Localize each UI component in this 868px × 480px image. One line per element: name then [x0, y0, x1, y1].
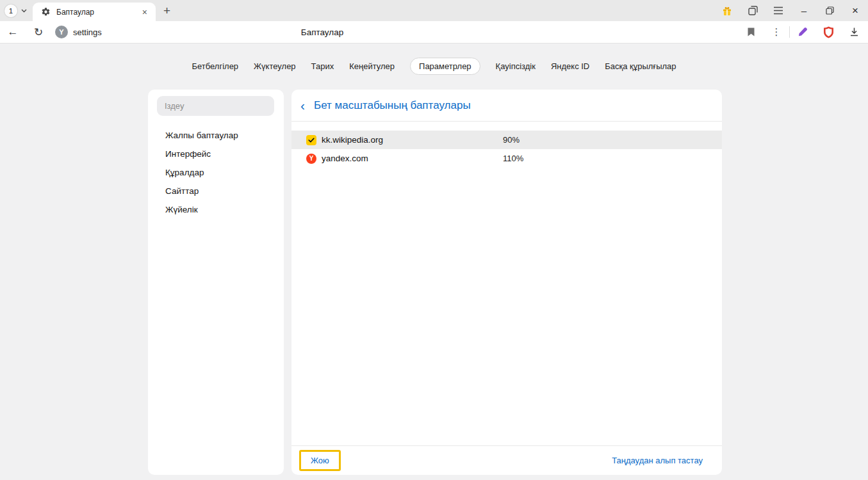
sidebar-item-tools[interactable]: Құралдар — [148, 163, 284, 182]
page-zoom-settings-panel: ‹ Бет масштабының баптаулары kk.wikipedi… — [291, 90, 722, 475]
tabs-dropdown-chevron-icon[interactable] — [21, 9, 27, 13]
browser-titlebar: 1 Баптаулар × + — [0, 0, 868, 21]
back-icon[interactable]: ← — [0, 21, 26, 43]
deselect-all-link[interactable]: Таңдаудан алып тастау — [612, 456, 703, 465]
url-text[interactable]: settings — [73, 28, 102, 37]
zoom-row-yandex[interactable]: Y yandex.com 110% — [291, 149, 722, 168]
site-chip[interactable]: Y settings — [55, 26, 102, 38]
window-restore-button[interactable] — [817, 0, 842, 21]
sidebar-item-system[interactable]: Жүйелік — [148, 200, 284, 219]
zoom-row-wikipedia[interactable]: kk.wikipedia.org 90% — [291, 131, 722, 149]
gift-icon[interactable] — [714, 0, 740, 21]
tab-title: Баптаулар — [56, 8, 133, 17]
panel-footer: Жою Таңдаудан алып тастау — [291, 445, 722, 475]
delete-button[interactable]: Жою — [301, 452, 339, 469]
nav-tab-downloads[interactable]: Жүктеулер — [254, 61, 296, 71]
settings-nav-tabs: Бетбелгілер Жүктеулер Тарих Кеңейтулер П… — [0, 58, 868, 75]
site-name: yandex.com — [322, 154, 503, 163]
browser-tab-settings[interactable]: Баптаулар × — [33, 3, 156, 21]
sidebar-items: Жалпы баптаулар Интерфейс Құралдар Сайтт… — [148, 126, 284, 219]
zoom-site-list: kk.wikipedia.org 90% Y yandex.com 110% — [291, 131, 722, 168]
bookmark-flag-icon[interactable] — [738, 21, 764, 43]
titlebar-right-controls: – × — [714, 0, 868, 21]
site-name: kk.wikipedia.org — [322, 135, 503, 145]
nav-tab-extensions[interactable]: Кеңейтулер — [349, 61, 395, 71]
nav-tab-other-devices[interactable]: Басқа құрылғылар — [605, 61, 676, 71]
settings-sidebar: Жалпы баптаулар Интерфейс Құралдар Сайтт… — [148, 90, 284, 475]
panel-title[interactable]: Бет масштабының баптаулары — [314, 99, 471, 112]
zoom-value: 90% — [503, 135, 520, 145]
site-favicon: Y — [55, 26, 68, 38]
window-minimize-button[interactable]: – — [791, 0, 817, 21]
settings-gear-icon — [41, 7, 51, 17]
sidebar-item-general[interactable]: Жалпы баптаулар — [148, 126, 284, 145]
back-chevron-icon[interactable]: ‹ — [299, 99, 306, 112]
sidebar-item-interface[interactable]: Интерфейс — [148, 145, 284, 163]
tab-panels-icon[interactable] — [740, 0, 766, 21]
window-close-button[interactable]: × — [842, 0, 868, 21]
delete-button-focus-ring: Жою — [299, 450, 341, 471]
toolbar-right-icons: ⋮ — [738, 21, 867, 43]
download-icon[interactable] — [841, 21, 867, 43]
protect-shield-icon[interactable] — [815, 21, 841, 43]
more-options-icon[interactable]: ⋮ — [764, 21, 789, 43]
menu-hamburger-icon[interactable] — [766, 0, 791, 21]
pen-edit-icon[interactable] — [790, 21, 815, 43]
zoom-value: 110% — [503, 154, 523, 163]
reload-icon[interactable]: ↻ — [26, 21, 51, 43]
yandex-browser-settings-window: { "colors": { "accent_blue": "#0c6cc8", … — [0, 0, 868, 480]
tab-counter-group[interactable]: 1 — [0, 4, 33, 17]
nav-tab-security[interactable]: Қауіпсіздік — [496, 61, 536, 71]
yandex-favicon: Y — [306, 154, 316, 164]
browser-toolbar: ← ↻ Y settings Баптаулар ⋮ — [0, 21, 868, 44]
search-input[interactable] — [157, 96, 274, 116]
nav-tab-history[interactable]: Тарих — [311, 61, 334, 71]
tab-count-badge[interactable]: 1 — [4, 4, 17, 17]
page-title: Баптаулар — [301, 28, 343, 37]
nav-tab-yandex-id[interactable]: Яндекс ID — [551, 61, 589, 71]
checkbox-checked-icon[interactable] — [306, 135, 316, 145]
sidebar-item-sites[interactable]: Сайттар — [148, 182, 284, 200]
new-tab-button[interactable]: + — [156, 4, 178, 17]
panel-header: ‹ Бет масштабының баптаулары — [291, 90, 722, 122]
nav-tab-bookmarks[interactable]: Бетбелгілер — [192, 61, 238, 71]
tab-close-icon[interactable]: × — [139, 7, 151, 17]
nav-tab-settings[interactable]: Параметрлер — [410, 58, 480, 75]
